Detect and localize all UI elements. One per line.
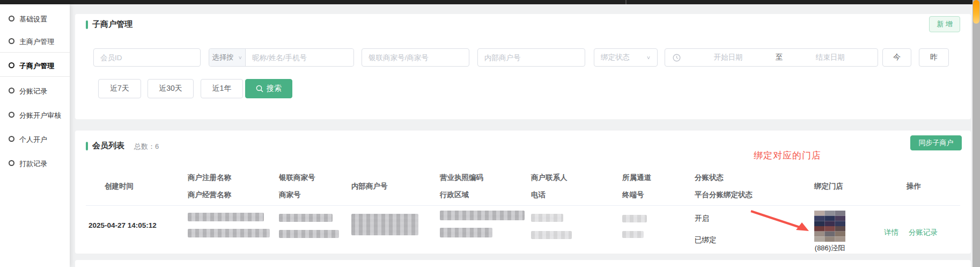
radio-circle-icon — [9, 38, 14, 44]
col-header-bound-store: 绑定门店 — [814, 182, 843, 191]
vertical-scrollbar-thumb[interactable] — [973, 0, 979, 24]
redacted-unionpay-id — [279, 214, 333, 222]
split-records-link[interactable]: 分账记录 — [909, 228, 938, 237]
sidebar-item-label: 分账记录 — [19, 86, 47, 96]
sidebar-item-split-account-review[interactable]: 分账开户审核 — [0, 106, 70, 125]
vertical-scrollbar-track[interactable] — [972, 0, 980, 267]
internal-merchant-input[interactable] — [477, 48, 585, 67]
col-header-phone: 电话 — [531, 190, 546, 200]
sidebar-item-personal-account[interactable]: 个人开户 — [0, 130, 70, 149]
last-7-days-button[interactable]: 近7天 — [98, 79, 141, 98]
last-1-year-button[interactable]: 近1年 — [201, 79, 243, 98]
sidebar-item-basic-settings[interactable]: 基础设置 — [0, 10, 70, 29]
search-icon — [256, 85, 263, 92]
radio-circle-icon — [9, 88, 14, 93]
col-header-business-name: 商户经营名称 — [188, 190, 231, 200]
radio-circle-icon — [9, 112, 14, 118]
col-header-contact: 商户联系人 — [531, 173, 568, 183]
radio-circle-icon — [9, 136, 14, 142]
yesterday-button[interactable]: 昨 — [919, 48, 949, 67]
cell-created-at: 2025-04-27 14:05:12 — [89, 221, 157, 229]
sidebar-item-label: 子商户管理 — [19, 61, 54, 71]
sidebar-item-label: 打款记录 — [19, 159, 47, 169]
col-header-admin-region: 行政区域 — [440, 190, 469, 200]
sidebar-divider — [0, 52, 70, 53]
col-header-license-code: 营业执照编码 — [440, 173, 483, 183]
select-by-label: 选择按 — [212, 53, 234, 62]
col-header-terminal: 终端号 — [622, 190, 644, 200]
col-header-actions: 操作 — [907, 182, 921, 191]
col-header-register-name: 商户注册名称 — [188, 173, 231, 183]
top-strip-divider — [625, 0, 627, 4]
col-header-internal-id: 内部商户号 — [351, 182, 388, 191]
bind-status-placeholder: 绑定状态 — [601, 53, 630, 62]
redacted-business-name — [188, 229, 270, 237]
store-photo — [814, 211, 845, 242]
redacted-contact — [531, 214, 563, 222]
radio-circle-icon — [9, 160, 14, 166]
col-header-split-status: 分账状态 — [695, 173, 724, 183]
today-button[interactable]: 今 — [882, 48, 911, 67]
red-annotation-text: 绑定对应的门店 — [754, 149, 821, 162]
chevron-down-icon: ∨ — [646, 55, 651, 60]
sidebar-item-label: 个人开户 — [19, 135, 47, 145]
member-list-title: 会员列表 — [92, 141, 124, 151]
sync-sub-merchants-button[interactable]: 同步子商户 — [910, 135, 962, 150]
add-button[interactable]: 新 增 — [929, 16, 960, 32]
select-by-dropdown[interactable]: 选择按 ∨ — [209, 49, 246, 66]
search-button-label: 搜索 — [267, 84, 282, 93]
chevron-down-icon: ∨ — [238, 55, 242, 60]
redacted-license-code — [440, 211, 525, 220]
radio-circle-icon — [9, 62, 14, 68]
sidebar-item-split-records[interactable]: 分账记录 — [0, 82, 70, 101]
filters-panel — [75, 14, 971, 119]
redacted-channel — [622, 215, 647, 222]
page-title: 子商户管理 — [92, 19, 132, 30]
title-tick — [86, 142, 88, 150]
sidebar: 基础设置 主商户管理 子商户管理 分账记录 分账开户审核 个人开户 打款记录 — [0, 4, 70, 267]
sidebar-item-label: 基础设置 — [19, 15, 47, 24]
redacted-merchant-id — [279, 230, 339, 238]
sidebar-item-sub-merchant[interactable]: 子商户管理 — [0, 56, 70, 76]
redacted-register-name — [188, 213, 264, 221]
nickname-combo-input: 选择按 ∨ — [209, 48, 354, 67]
sidebar-item-label: 分账开户审核 — [19, 111, 61, 120]
sidebar-item-payment-records[interactable]: 打款记录 — [0, 154, 70, 174]
date-range-picker[interactable]: 开始日期 至 结束日期 — [665, 48, 878, 67]
next-row-card-stub — [75, 260, 971, 267]
top-dark-strip — [0, 0, 972, 4]
start-date-placeholder: 开始日期 — [681, 53, 776, 62]
col-header-merchant-id: 商家号 — [279, 190, 301, 200]
sidebar-divider — [0, 76, 70, 77]
redacted-admin-region — [440, 228, 492, 237]
member-id-input[interactable] — [93, 48, 201, 67]
total-count-label: 总数：6 — [134, 142, 159, 151]
cell-split-status: 开启 — [695, 214, 709, 223]
header-divider — [86, 205, 960, 206]
search-button[interactable]: 搜索 — [245, 79, 292, 98]
redacted-phone — [531, 231, 572, 239]
sidebar-item-main-merchant[interactable]: 主商户管理 — [0, 32, 70, 52]
title-tick — [86, 20, 88, 29]
redacted-terminal — [622, 231, 644, 238]
detail-link[interactable]: 详情 — [884, 228, 898, 237]
col-header-created-at: 创建时间 — [105, 182, 134, 191]
clock-icon — [673, 54, 681, 62]
end-date-placeholder: 结束日期 — [783, 53, 878, 62]
redacted-internal-id — [351, 214, 418, 235]
bind-status-select[interactable]: 绑定状态 ∨ — [594, 48, 658, 67]
date-to-label: 至 — [776, 53, 783, 62]
nickname-input[interactable] — [246, 49, 353, 66]
col-header-unionpay-id: 银联商家号 — [279, 173, 315, 183]
last-30-days-button[interactable]: 近30天 — [148, 79, 194, 98]
unionpay-merchant-input[interactable] — [362, 48, 469, 67]
sidebar-item-label: 主商户管理 — [19, 37, 54, 47]
col-header-platform-bind: 平台分账绑定状态 — [695, 190, 753, 200]
annotation-arrow-icon — [749, 208, 812, 234]
col-header-channel: 所属通道 — [622, 173, 651, 183]
store-caption: (886)泾阳 — [805, 243, 855, 253]
cell-platform-bind-status: 已绑定 — [695, 235, 717, 245]
radio-circle-icon — [9, 16, 14, 21]
